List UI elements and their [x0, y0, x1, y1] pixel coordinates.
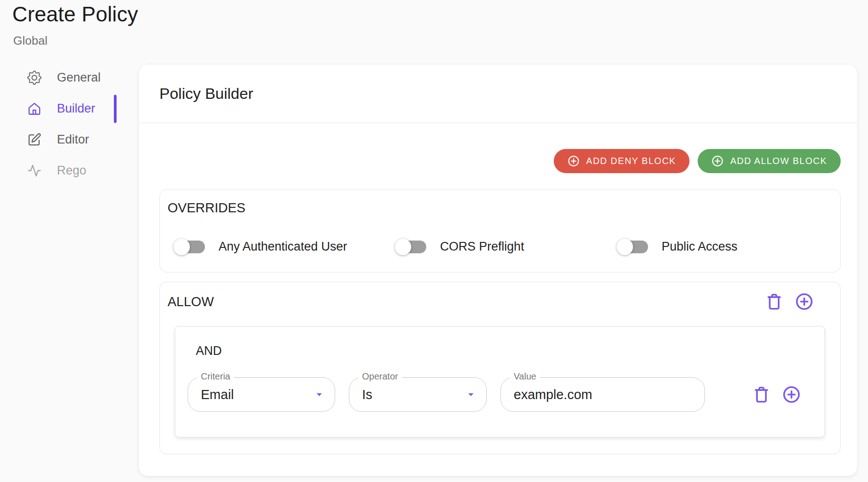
toggle-cors-preflight: CORS Preflight: [397, 240, 618, 254]
add-group-button[interactable]: [795, 292, 814, 311]
allow-block-title: ALLOW: [168, 294, 214, 309]
group-operator-label: AND: [196, 344, 804, 358]
plus-circle-icon: [795, 292, 814, 311]
activity-icon: [27, 164, 41, 178]
sidebar: General Builder Editor Rego: [0, 62, 117, 186]
trash-icon: [765, 292, 784, 311]
add-deny-block-label: ADD DENY BLOCK: [586, 156, 676, 166]
operator-selected-value: Is: [349, 387, 373, 402]
card-header: Policy Builder: [139, 65, 857, 123]
overrides-title: OVERRIDES: [160, 200, 840, 215]
policy-builder-card: Policy Builder ADD DENY BLOCK ADD ALLOW …: [139, 65, 857, 476]
switch-thumb: [617, 239, 633, 255]
plus-circle-icon: [782, 385, 801, 404]
allow-block-section: ALLOW AND Criteria Email: [159, 282, 841, 454]
edit-icon: [27, 133, 41, 147]
add-deny-block-button[interactable]: ADD DENY BLOCK: [554, 149, 689, 173]
operator-select-label: Operator: [358, 371, 402, 382]
add-condition-button[interactable]: [782, 385, 801, 404]
overrides-toggles: Any Authenticated User CORS Preflight Pu…: [160, 240, 840, 254]
plus-circle-icon: [567, 155, 580, 167]
sidebar-item-general[interactable]: General: [0, 62, 117, 93]
sidebar-item-label: Builder: [57, 102, 95, 116]
sidebar-active-indicator: [114, 95, 117, 123]
cors-preflight-switch[interactable]: [397, 241, 428, 253]
plus-circle-icon: [711, 155, 724, 167]
add-allow-block-button[interactable]: ADD ALLOW BLOCK: [698, 149, 841, 173]
toggle-label: Public Access: [662, 240, 738, 254]
delete-allow-block-button[interactable]: [765, 292, 784, 311]
gear-icon: [27, 71, 41, 85]
add-allow-block-label: ADD ALLOW BLOCK: [730, 156, 827, 166]
sidebar-item-label: Rego: [57, 164, 87, 178]
actions-row: ADD DENY BLOCK ADD ALLOW BLOCK: [159, 149, 841, 173]
criteria-selected-value: Email: [188, 387, 234, 402]
allow-block-actions: [765, 292, 814, 311]
value-field-label: Value: [510, 371, 540, 382]
switch-thumb: [395, 239, 411, 255]
toggle-label: Any Authenticated User: [219, 240, 347, 254]
toggle-public-access: Public Access: [619, 240, 840, 254]
trash-icon: [752, 385, 771, 404]
allow-block-header: ALLOW: [160, 292, 840, 311]
card-body: ADD DENY BLOCK ADD ALLOW BLOCK OVERRIDES…: [139, 149, 857, 454]
home-icon: [27, 102, 41, 116]
condition-row: Criteria Email Operator Is Value: [188, 377, 804, 412]
page-title: Create Policy: [12, 2, 138, 26]
condition-group-card: AND Criteria Email Operator Is Value: [175, 326, 825, 437]
value-input[interactable]: [501, 387, 683, 402]
sidebar-item-editor[interactable]: Editor: [0, 124, 117, 155]
toggle-label: CORS Preflight: [440, 240, 524, 254]
condition-row-actions: [752, 385, 801, 404]
card-title: Policy Builder: [159, 85, 253, 103]
dropdown-caret-icon: [465, 389, 476, 400]
sidebar-item-label: Editor: [57, 133, 89, 147]
sidebar-item-rego[interactable]: Rego: [0, 155, 117, 186]
any-authenticated-user-switch[interactable]: [176, 241, 207, 253]
dropdown-caret-icon: [314, 389, 325, 400]
overrides-section: OVERRIDES Any Authenticated User CORS Pr…: [159, 189, 841, 272]
public-access-switch[interactable]: [619, 241, 650, 253]
delete-condition-button[interactable]: [752, 385, 771, 404]
value-field: Value: [500, 377, 705, 412]
criteria-select[interactable]: Criteria Email: [188, 377, 335, 412]
criteria-select-label: Criteria: [197, 371, 234, 382]
toggle-any-authenticated-user: Any Authenticated User: [176, 240, 397, 254]
sidebar-item-label: General: [57, 71, 101, 85]
switch-thumb: [174, 239, 190, 255]
operator-select[interactable]: Operator Is: [349, 377, 487, 412]
page-subtitle: Global: [13, 34, 47, 48]
sidebar-item-builder[interactable]: Builder: [0, 93, 117, 124]
